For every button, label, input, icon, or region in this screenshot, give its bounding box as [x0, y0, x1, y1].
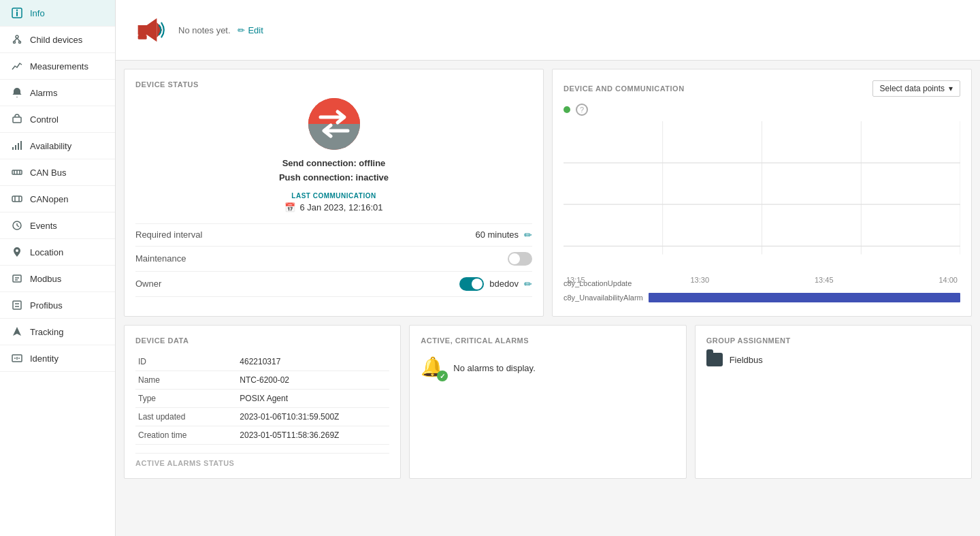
sidebar-item-location[interactable]: Location [0, 239, 115, 266]
can-bus-icon [11, 166, 23, 178]
sidebar-item-availability[interactable]: Availability [0, 133, 115, 159]
svg-point-35 [308, 98, 360, 150]
legend-label-unavailability: c8y_UnavailabilityAlarm [564, 294, 643, 302]
last-comm-time: 📅 6 Jan 2023, 12:16:01 [135, 202, 532, 212]
field-label-creation-time: Creation time [135, 426, 237, 445]
sidebar-label-tracking: Tracking [30, 327, 63, 337]
active-alarms-title: ACTIVE, CRITICAL ALARMS [421, 336, 674, 345]
sidebar-item-child-devices[interactable]: Child devices [0, 27, 115, 53]
no-alarms-text: No alarms to display. [453, 363, 535, 373]
field-label-name: Name [135, 371, 237, 390]
sidebar-item-modbus[interactable]: Modbus [0, 266, 115, 292]
svg-line-22 [17, 225, 19, 227]
sidebar-label-modbus: Modbus [30, 274, 61, 284]
alarms-icon [11, 86, 23, 99]
canopen-icon [11, 193, 23, 205]
required-interval-edit-icon[interactable]: ✏ [524, 230, 532, 240]
group-assignment-title: GROUP ASSIGNMENT [706, 336, 960, 345]
active-critical-alarms-card: ACTIVE, CRITICAL ALARMS 🔔 ✓ No alarms to… [409, 325, 686, 479]
comm-chart-svg [564, 121, 960, 271]
last-comm-label: LAST COMMUNICATION [135, 192, 532, 200]
calendar-icon: 📅 [284, 202, 295, 212]
status-icon-wrap [135, 97, 532, 151]
svg-rect-26 [13, 301, 21, 309]
sidebar-label-child-devices: Child devices [30, 35, 82, 45]
maintenance-toggle[interactable] [508, 252, 532, 266]
events-icon [11, 219, 23, 232]
sidebar-label-control: Control [30, 114, 59, 125]
sidebar-label-profibus: Profibus [30, 300, 63, 311]
sidebar-item-events[interactable]: Events [0, 212, 115, 239]
required-interval-row: Required interval 60 minutes ✏ [135, 224, 532, 247]
tracking-icon [11, 326, 23, 338]
owner-label: Owner [135, 279, 161, 289]
child-devices-icon [11, 33, 23, 46]
svg-rect-17 [12, 196, 22, 202]
sidebar-item-info[interactable]: Info [0, 0, 115, 27]
sidebar-label-identity: Identity [30, 353, 59, 364]
time-label-1400: 14:00 [938, 276, 958, 284]
table-row: ID 462210317 [135, 353, 389, 371]
svg-point-3 [16, 35, 18, 38]
svg-rect-11 [18, 143, 19, 150]
sidebar-item-alarms[interactable]: Alarms [0, 80, 115, 106]
sidebar-item-canopen[interactable]: CANopen [0, 186, 115, 212]
info-icon [11, 7, 23, 19]
help-icon[interactable]: ? [576, 104, 588, 116]
sidebar-label-can-bus: CAN Bus [30, 168, 66, 178]
folder-icon [706, 353, 723, 366]
sidebar-item-identity[interactable]: Identity [0, 345, 115, 372]
chart-time-labels: 13:15 13:30 13:45 14:00 [564, 276, 960, 284]
comm-status-row: ? [564, 104, 960, 116]
identity-icon [11, 352, 23, 364]
group-name: Fieldbus [730, 355, 763, 365]
sidebar-label-alarms: Alarms [30, 88, 57, 98]
owner-edit-icon[interactable]: ✏ [524, 279, 532, 289]
device-data-table: ID 462210317 Name NTC-6200-02 Type POSIX… [135, 353, 389, 445]
alarm-check-icon: ✓ [437, 371, 448, 381]
edit-notes-link[interactable]: ✏ Edit [238, 25, 263, 35]
owner-toggle[interactable] [459, 277, 484, 291]
bottom-grid: DEVICE DATA ID 462210317 Name NTC-6200-0… [116, 325, 980, 487]
no-alarms-container: 🔔 ✓ No alarms to display. [421, 356, 674, 380]
send-connection-text: Send connection: offline Push connection… [135, 157, 532, 185]
group-item: Fieldbus [706, 353, 960, 366]
device-status-title: DEVICE STATUS [135, 80, 532, 89]
field-value-type: POSIX Agent [237, 390, 389, 408]
device-status-card: DEVICE STATUS [124, 69, 544, 317]
svg-rect-10 [15, 145, 16, 150]
top-grid: DEVICE STATUS [116, 69, 980, 325]
owner-value: bdedov [489, 279, 519, 289]
availability-icon [11, 140, 23, 152]
sidebar-item-measurements[interactable]: Measurements [0, 53, 115, 80]
unavailability-bar [649, 293, 960, 302]
location-icon [11, 246, 23, 258]
svg-rect-23 [13, 275, 21, 282]
main-content: No notes yet. ✏ Edit DEVICE STATUS [116, 0, 980, 536]
alarm-icon-wrap: 🔔 ✓ [421, 356, 445, 380]
device-comm-title: DEVICE AND COMMUNICATION [564, 84, 685, 93]
sidebar-item-can-bus[interactable]: CAN Bus [0, 159, 115, 186]
device-comm-card: DEVICE AND COMMUNICATION Select data poi… [552, 69, 972, 317]
svg-point-1 [16, 10, 18, 11]
device-data-title: DEVICE DATA [135, 336, 389, 345]
sidebar-item-tracking[interactable]: Tracking [0, 319, 115, 345]
field-label-type: Type [135, 390, 237, 408]
group-assignment-card: GROUP ASSIGNMENT Fieldbus [695, 325, 972, 479]
active-alarms-status-label: Active alarms status [135, 453, 389, 467]
svg-rect-8 [13, 117, 21, 123]
sidebar-item-profibus[interactable]: Profibus [0, 292, 115, 319]
notes-banner: No notes yet. ✏ Edit [116, 0, 980, 61]
field-label-id: ID [135, 353, 237, 371]
pencil-icon: ✏ [238, 25, 245, 35]
chart-area: 13:15 13:30 13:45 14:00 [564, 121, 960, 271]
svg-line-6 [14, 38, 17, 42]
time-label-1315: 13:15 [566, 276, 585, 284]
comm-header: DEVICE AND COMMUNICATION Select data poi… [564, 80, 960, 97]
time-label-1330: 13:30 [690, 276, 709, 284]
table-row: Name NTC-6200-02 [135, 371, 389, 390]
maintenance-label: Maintenance [135, 253, 186, 264]
sidebar: Info Child devices Measurements Alarms C… [0, 0, 116, 536]
select-data-points-btn[interactable]: Select data points ▾ [872, 80, 960, 97]
sidebar-item-control[interactable]: Control [0, 106, 115, 133]
